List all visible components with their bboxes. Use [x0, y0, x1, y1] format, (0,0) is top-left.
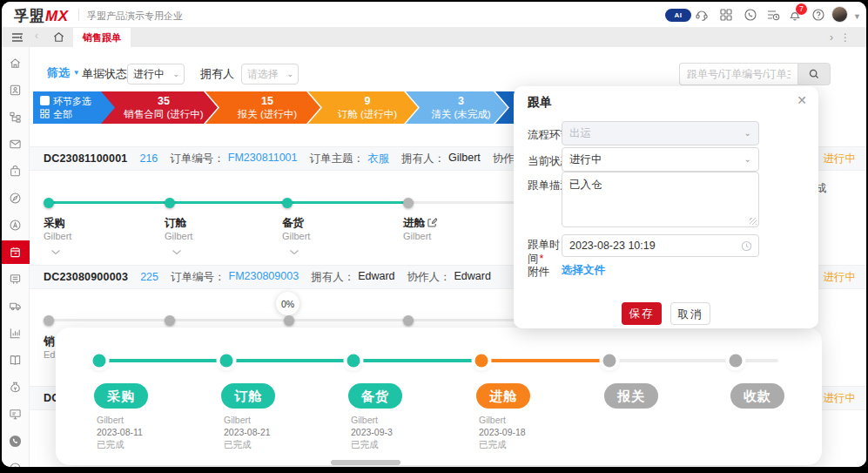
- popup-step-status: 已完成: [97, 439, 124, 451]
- sidebar-item-report[interactable]: [2, 266, 30, 293]
- order-doc-no: DC23081100001: [44, 152, 127, 165]
- popup-step-pill[interactable]: 备货: [348, 383, 402, 409]
- step-dot-done[interactable]: [165, 198, 175, 208]
- sidebar-item-org[interactable]: [2, 104, 30, 131]
- sidebar-item-compass[interactable]: [2, 185, 30, 212]
- stage-sales-contract[interactable]: 35销售合同 (进行中): [101, 91, 218, 124]
- process-select[interactable]: 出运⌄: [562, 121, 759, 145]
- choose-file-link[interactable]: 选择文件: [562, 263, 605, 278]
- popup-step-dot[interactable]: [730, 355, 743, 368]
- chevron-down-icon: ⌄: [172, 64, 179, 84]
- sidebar-item-home[interactable]: [2, 50, 30, 77]
- sidebar-item-truck[interactable]: [2, 293, 30, 320]
- apps-grid-icon[interactable]: [719, 8, 733, 22]
- popup-step-pill[interactable]: 报关: [604, 383, 658, 409]
- step-dot-done[interactable]: [44, 198, 54, 208]
- popup-step-dot[interactable]: [475, 355, 488, 368]
- popup-step-dot[interactable]: [603, 355, 616, 368]
- expand-chevron-icon[interactable]: [172, 249, 182, 256]
- step-dot-pending[interactable]: [165, 315, 175, 326]
- sidebar-item-contacts[interactable]: [2, 77, 30, 104]
- grid-icon: [40, 109, 50, 118]
- popup-step-pill[interactable]: 采购: [94, 383, 148, 409]
- expand-chevron-icon[interactable]: [50, 249, 61, 256]
- order-subject-link[interactable]: 衣服: [367, 152, 389, 166]
- edit-icon[interactable]: [427, 218, 437, 227]
- tab-scroll-next-icon[interactable]: ›: [830, 31, 833, 44]
- horizontal-scrollbar[interactable]: [331, 460, 400, 465]
- tabbar: ‹ 销售跟单 › ⋮: [2, 28, 866, 47]
- step-owner: Gilbert: [403, 231, 431, 241]
- popup-step-dot[interactable]: [93, 355, 106, 368]
- step-dot-pending[interactable]: [403, 198, 414, 208]
- order-no-link[interactable]: FM230811001: [228, 152, 298, 166]
- step-label-partial: 销: [44, 334, 55, 349]
- description-textarea[interactable]: 已入仓: [562, 172, 759, 227]
- tab-more-icon[interactable]: ⋮: [840, 31, 851, 44]
- sidebar-item-target[interactable]: [2, 455, 30, 467]
- popup-step-dot[interactable]: [220, 355, 233, 368]
- close-icon[interactable]: ✕: [797, 93, 807, 107]
- filter-bar: 筛选 ▼ 单据状态 进行中⌄ 拥有人 请选择⌄: [30, 47, 866, 89]
- back-icon[interactable]: ‹: [35, 30, 38, 42]
- sidebar-item-whatsapp[interactable]: [2, 428, 30, 455]
- popup-step-dot[interactable]: [347, 355, 360, 368]
- order-days[interactable]: 216: [139, 152, 158, 165]
- search-button[interactable]: [797, 63, 831, 85]
- step-dot-pending[interactable]: [403, 315, 414, 326]
- popup-step-pill[interactable]: 进舱: [476, 383, 530, 409]
- help-icon[interactable]: [811, 8, 825, 22]
- search-icon: [808, 68, 820, 80]
- stage-booking[interactable]: 9订舱 (进行中): [308, 91, 418, 124]
- filter-toggle[interactable]: 筛选 ▼: [47, 65, 80, 81]
- chevron-down-icon[interactable]: ▼: [853, 12, 861, 21]
- popup-step-pill[interactable]: 订舱: [221, 383, 275, 409]
- timeline-detail-popup: 采购 订舱 备货 进舱 报关 收款 Gilbert 2023-08-11 已完成…: [56, 328, 822, 465]
- popup-step-pill[interactable]: 收款: [730, 383, 784, 409]
- stage-customs[interactable]: 15报关 (进行中): [205, 91, 320, 124]
- step-owner: Gilbert: [282, 231, 310, 241]
- user-avatar[interactable]: [831, 6, 848, 23]
- step-dot-done[interactable]: [282, 198, 293, 208]
- chevron-down-icon: ⌄: [286, 64, 293, 84]
- popup-step-date: 2023-08-11: [97, 427, 143, 437]
- stage-all-block[interactable]: 环节多选 全部: [33, 91, 117, 124]
- order-days[interactable]: 225: [140, 271, 158, 283]
- step-owner: Gilbert: [44, 231, 71, 241]
- follow-up-modal: 跟单 ✕ 流程环节 出运⌄ 当前状态 进行中⌄ 跟单描述 已入仓 跟单时间* 2…: [514, 86, 818, 328]
- sidebar-item-monitor[interactable]: [2, 401, 30, 428]
- order-status-badge: 进行中: [824, 391, 857, 406]
- current-status-select[interactable]: 进行中⌄: [562, 147, 759, 172]
- resize-handle[interactable]: [750, 218, 757, 225]
- step-dot-pending[interactable]: [44, 315, 54, 326]
- popup-step-date: 2023-08-21: [224, 427, 271, 437]
- sidebar-item-chart[interactable]: [2, 320, 30, 347]
- task-list-icon[interactable]: [766, 8, 780, 22]
- time-input[interactable]: 2023-08-23 10:19: [562, 234, 759, 257]
- sidebar-item-book[interactable]: [2, 347, 30, 374]
- headset-icon[interactable]: [695, 8, 709, 22]
- step-dot-pending[interactable]: [284, 315, 294, 326]
- owner-select[interactable]: 请选择⌄: [241, 64, 299, 84]
- expand-chevron-icon[interactable]: [289, 249, 299, 256]
- notification-badge: 7: [796, 3, 807, 15]
- sidebar-item-sales-tracking-active[interactable]: [2, 240, 30, 264]
- order-no-link[interactable]: FM230809003: [229, 270, 299, 285]
- sidebar-item-bag[interactable]: [2, 158, 30, 185]
- collapse-sidebar-icon[interactable]: [10, 30, 24, 44]
- stage-clearance[interactable]: 3清关 (未完成): [406, 91, 508, 124]
- save-button[interactable]: 保存: [622, 302, 662, 325]
- doc-status-select[interactable]: 进行中⌄: [127, 64, 185, 84]
- order-status-badge: 进行中: [824, 270, 857, 285]
- cancel-button[interactable]: 取消: [670, 302, 710, 325]
- step-owner-partial: Ed: [44, 349, 55, 360]
- ai-assistant-icon[interactable]: AI: [665, 9, 691, 22]
- whatsapp-icon[interactable]: [744, 8, 757, 22]
- sidebar-item-mail[interactable]: [2, 131, 30, 158]
- tab-sales-tracking[interactable]: 销售跟单: [73, 28, 131, 47]
- multi-select-checkbox[interactable]: [40, 96, 50, 105]
- sidebar-item-circle-a[interactable]: [2, 212, 30, 239]
- sidebar-item-money-bag[interactable]: [2, 374, 30, 401]
- search-input[interactable]: [679, 63, 797, 85]
- home-icon[interactable]: [52, 30, 65, 44]
